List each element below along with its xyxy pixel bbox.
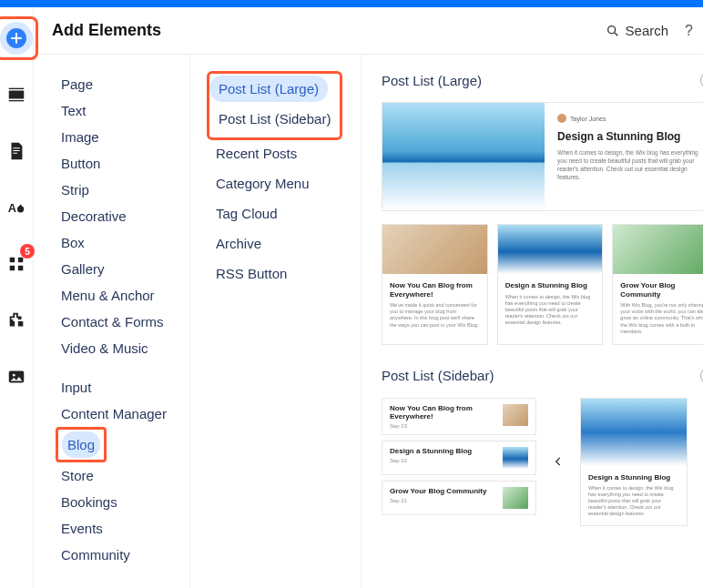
category-list: Page Text Image Button Strip Decorative …: [34, 55, 190, 588]
sub-recent-posts[interactable]: Recent Posts: [207, 140, 306, 167]
preview-title: Post List (Large): [382, 73, 700, 88]
svg-rect-8: [18, 266, 24, 271]
search-button[interactable]: Search: [606, 23, 669, 38]
category-input[interactable]: Input: [56, 374, 97, 400]
item-date: Sep 21: [390, 498, 495, 503]
category-community[interactable]: Community: [56, 542, 136, 568]
item-heading: Grow Your Blog Community: [390, 487, 495, 495]
sub-rss-button[interactable]: RSS Button: [207, 260, 296, 287]
preview-card-row: Now You Can Blog from Everywhere! We've …: [382, 224, 703, 345]
highlight-annotation: Post List (Large) Post List (Sidebar): [207, 71, 342, 140]
card-body: With Wix Blog, you're not only sharing y…: [620, 302, 703, 335]
card-body: When it comes to design, the Wix blog ha…: [557, 148, 703, 181]
list-item: Grow Your Blog Community Sep 21: [382, 481, 536, 515]
card-heading: Now You Can Blog from Everywhere!: [390, 281, 480, 299]
svg-point-11: [607, 25, 615, 33]
sidebar-preview-row: Now You Can Blog from Everywhere! Sep 23…: [382, 398, 703, 526]
card-image: [382, 225, 487, 274]
category-button[interactable]: Button: [56, 150, 106, 177]
svg-rect-0: [9, 90, 25, 98]
sub-archive[interactable]: Archive: [207, 230, 270, 257]
sub-post-list-large[interactable]: Post List (Large): [209, 76, 328, 102]
design-icon[interactable]: A: [0, 191, 33, 224]
card-body: When it comes to design, the Wix blog ha…: [505, 294, 596, 327]
search-label: Search: [626, 23, 669, 38]
item-thumb: [503, 487, 528, 509]
carousel-prev-button[interactable]: [549, 452, 567, 471]
add-apps-icon[interactable]: [0, 304, 33, 337]
card-body: We've made it quick and convenient for y…: [390, 302, 480, 329]
preview-pane: Post List (Large) i Taylor Jones Design …: [362, 55, 703, 588]
apps-icon[interactable]: 5: [0, 248, 33, 280]
subcategory-list: Post List (Large) Post List (Sidebar) Re…: [190, 55, 362, 588]
category-blog[interactable]: Blog: [62, 431, 100, 458]
pages-icon[interactable]: [0, 135, 33, 167]
chevron-left-icon: [552, 455, 565, 468]
sub-category-menu[interactable]: Category Menu: [207, 170, 319, 197]
category-image[interactable]: Image: [56, 124, 105, 150]
svg-point-4: [17, 206, 24, 212]
card-image: [498, 225, 603, 274]
card-author: Taylor Jones: [557, 114, 703, 123]
preview-card-large[interactable]: Taylor Jones Design a Stunning Blog When…: [382, 102, 703, 211]
list-item: Now You Can Blog from Everywhere! Sep 23: [382, 398, 536, 435]
preview-header: Post List (Large) i: [382, 71, 703, 89]
category-text[interactable]: Text: [56, 97, 92, 124]
category-bookings[interactable]: Bookings: [56, 489, 123, 515]
search-icon: [606, 24, 620, 38]
list-item: Design a Stunning Blog Sep 22: [382, 441, 536, 475]
svg-rect-6: [18, 258, 24, 263]
card-text: Taylor Jones Design a Stunning Blog When…: [545, 103, 703, 210]
category-strip[interactable]: Strip: [56, 177, 95, 203]
category-group-1: Page Text Image Button Strip Decorative …: [56, 71, 189, 361]
category-decorative[interactable]: Decorative: [56, 203, 132, 229]
apps-badge: 5: [20, 244, 35, 259]
sidebar-list[interactable]: Now You Can Blog from Everywhere! Sep 23…: [382, 398, 536, 526]
preview-header: Post List (Sidebar) i: [382, 367, 703, 385]
card-body: When it comes to design, the Wix blog ha…: [588, 485, 679, 518]
section-icon[interactable]: [0, 78, 33, 111]
category-group-2: Input Content Manager Blog Store Booking…: [56, 374, 189, 568]
svg-rect-1: [9, 88, 25, 89]
app-top-bar: [0, 0, 703, 7]
card-heading: Grow Your Blog Community: [620, 281, 703, 299]
category-events[interactable]: Events: [56, 515, 108, 542]
svg-rect-2: [9, 100, 25, 101]
card-heading: Design a Stunning Blog: [588, 473, 679, 482]
category-page[interactable]: Page: [56, 71, 98, 97]
media-icon[interactable]: [0, 360, 33, 393]
preview-card-small[interactable]: Now You Can Blog from Everywhere! We've …: [382, 224, 488, 345]
panel-body: Page Text Image Button Strip Decorative …: [34, 55, 703, 588]
category-box[interactable]: Box: [56, 229, 90, 256]
preview-post-list-sidebar: Post List (Sidebar) i Now You Can Blog f…: [382, 367, 703, 526]
preview-card-small[interactable]: Grow Your Blog Community With Wix Blog, …: [612, 224, 703, 345]
sub-tag-cloud[interactable]: Tag Cloud: [207, 200, 287, 227]
category-store[interactable]: Store: [56, 462, 99, 489]
preview-post-list-large: Post List (Large) i Taylor Jones Design …: [382, 71, 703, 345]
category-video-music[interactable]: Video & Music: [56, 335, 154, 361]
category-gallery[interactable]: Gallery: [56, 256, 110, 282]
panel-title: Add Elements: [52, 21, 606, 40]
add-elements-panel: Add Elements Search ? Page Text Image Bu…: [34, 7, 703, 588]
card-image: [613, 225, 703, 274]
preview-card-small[interactable]: Design a Stunning Blog When it comes to …: [497, 224, 604, 345]
plus-icon: [6, 28, 26, 48]
category-contact-forms[interactable]: Contact & Forms: [56, 309, 169, 335]
help-button[interactable]: ?: [685, 23, 693, 39]
card-image: [382, 103, 545, 210]
card-image: [581, 399, 687, 466]
panel-header: Add Elements Search ?: [34, 7, 703, 55]
card-heading: Design a Stunning Blog: [505, 281, 596, 290]
item-thumb: [503, 447, 528, 469]
sub-post-list-sidebar[interactable]: Post List (Sidebar): [209, 106, 340, 132]
editor-layout: A 5 Add Elements Search ?: [0, 7, 703, 588]
category-content-manager[interactable]: Content Manager: [56, 400, 172, 427]
svg-text:A: A: [8, 201, 16, 215]
sidebar-feature-card[interactable]: Design a Stunning Blog When it comes to …: [580, 398, 688, 526]
category-menu-anchor[interactable]: Menu & Anchor: [56, 282, 160, 309]
add-elements-button[interactable]: [0, 22, 33, 55]
item-date: Sep 23: [390, 423, 495, 429]
item-thumb: [503, 404, 528, 426]
left-rail: A 5: [0, 7, 34, 588]
svg-point-10: [13, 374, 15, 377]
